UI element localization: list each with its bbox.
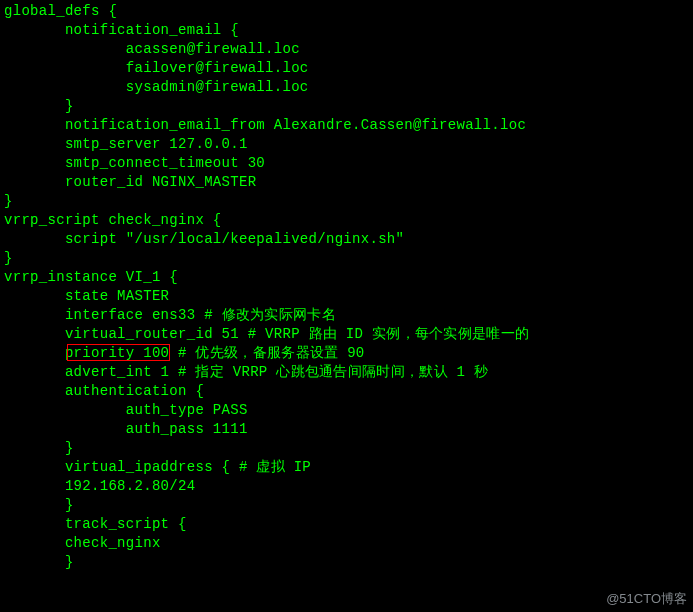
code-line: } bbox=[4, 97, 689, 116]
code-line: track_script { bbox=[4, 515, 689, 534]
code-line: authentication { bbox=[4, 382, 689, 401]
code-line: virtual_router_id 51 # VRRP 路由 ID 实例，每个实… bbox=[4, 325, 689, 344]
code-line: check_nginx bbox=[4, 534, 689, 553]
code-line: smtp_connect_timeout 30 bbox=[4, 154, 689, 173]
code-line: notification_email { bbox=[4, 21, 689, 40]
code-line: smtp_server 127.0.0.1 bbox=[4, 135, 689, 154]
code-line: notification_email_from Alexandre.Cassen… bbox=[4, 116, 689, 135]
code-line: } bbox=[4, 439, 689, 458]
code-line: } bbox=[4, 496, 689, 515]
watermark-text: @51CTO博客 bbox=[606, 590, 687, 608]
code-line: script "/usr/local/keepalived/nginx.sh" bbox=[4, 230, 689, 249]
code-line: } bbox=[4, 249, 689, 268]
code-line: 192.168.2.80/24 bbox=[4, 477, 689, 496]
code-line: } bbox=[4, 553, 689, 572]
code-line: advert_int 1 # 指定 VRRP 心跳包通告间隔时间，默认 1 秒 bbox=[4, 363, 689, 382]
code-line: acassen@firewall.loc bbox=[4, 40, 689, 59]
code-line: vrrp_script check_nginx { bbox=[4, 211, 689, 230]
code-line: } bbox=[4, 192, 689, 211]
code-line: sysadmin@firewall.loc bbox=[4, 78, 689, 97]
code-line: interface ens33 # 修改为实际网卡名 bbox=[4, 306, 689, 325]
code-line: router_id NGINX_MASTER bbox=[4, 173, 689, 192]
code-line: priority 100 # 优先级，备服务器设置 90 bbox=[4, 344, 689, 363]
code-line: virtual_ipaddress { # 虚拟 IP bbox=[4, 458, 689, 477]
config-file-content: global_defs { notification_email { acass… bbox=[0, 0, 693, 576]
code-line: global_defs { bbox=[4, 2, 689, 21]
code-line: state MASTER bbox=[4, 287, 689, 306]
code-line: failover@firewall.loc bbox=[4, 59, 689, 78]
code-line: auth_type PASS bbox=[4, 401, 689, 420]
code-line: auth_pass 1111 bbox=[4, 420, 689, 439]
code-line: vrrp_instance VI_1 { bbox=[4, 268, 689, 287]
